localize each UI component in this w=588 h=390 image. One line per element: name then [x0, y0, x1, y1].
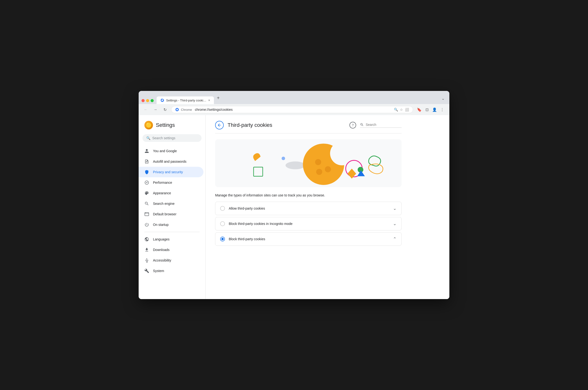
zoom-icon[interactable]: 🔍 [394, 108, 398, 111]
sidebar-label-privacy: Privacy and security [153, 170, 183, 174]
sidebar-label-performance: Performance [153, 181, 172, 185]
search-placeholder: Search settings [152, 136, 175, 140]
radio-label-block-all: Block third-party cookies [229, 237, 389, 241]
radio-header-allow[interactable]: Allow third-party cookies ⌄ [215, 202, 401, 215]
back-button[interactable]: ← [142, 106, 149, 113]
chevron-down-block-incognito[interactable]: ⌄ [393, 221, 396, 226]
svg-point-4 [146, 258, 147, 259]
svg-point-2 [176, 109, 178, 110]
tab-dropdown-button[interactable]: ⌄ [439, 95, 446, 104]
sidebar-item-search-engine[interactable]: Search engine [139, 198, 203, 209]
sidebar-label-downloads: Downloads [153, 248, 169, 252]
sidebar-label-you-google: You and Google [153, 149, 177, 153]
main-content: 🟡 Settings 🔍 Search settings You and Goo… [139, 115, 449, 299]
chrome-address-icon [175, 108, 179, 111]
help-button[interactable]: ? [350, 122, 356, 129]
svg-point-7 [281, 157, 285, 160]
sidebar-label-default-browser: Default browser [153, 212, 176, 216]
chevron-down-allow[interactable]: ⌄ [393, 206, 396, 211]
sidebar-label-languages: Languages [153, 237, 169, 241]
sidebar-item-default-browser[interactable]: Default browser [139, 209, 203, 219]
description: Manage the types of information sites ca… [215, 193, 401, 198]
svg-point-12 [325, 166, 331, 172]
active-tab[interactable]: Settings - Third-party cooki… × [157, 97, 214, 104]
chevron-up-block-all[interactable]: ⌃ [393, 236, 396, 242]
search-settings-bar[interactable]: 🔍 Search settings [142, 134, 201, 142]
search-icon: 🔍 [146, 136, 150, 140]
title-bar: Settings - Third-party cooki… × + ⌄ [139, 91, 449, 104]
svg-rect-3 [145, 212, 149, 216]
settings-logo: 🟡 [144, 121, 153, 129]
profile-pin-button[interactable]: 🔖 [416, 106, 423, 113]
page-header: Third-party cookies ? [215, 121, 401, 134]
page-search-icon [360, 123, 364, 127]
browser-window: Settings - Third-party cooki… × + ⌄ ← → … [139, 91, 449, 299]
cookie-svg [215, 139, 401, 187]
radio-option-allow[interactable]: Allow third-party cookies ⌄ [215, 202, 401, 215]
page-search[interactable] [360, 123, 401, 128]
content-area: Third-party cookies ? [205, 115, 449, 299]
back-arrow-icon [217, 123, 222, 128]
radio-header-block-incognito[interactable]: Block third-party cookies in Incognito m… [215, 217, 401, 230]
settings-page-title: Settings [156, 122, 175, 128]
svg-point-13 [316, 169, 322, 175]
forward-button[interactable]: → [152, 106, 159, 113]
new-tab-button[interactable]: + [214, 93, 223, 104]
sidebar: 🟡 Settings 🔍 Search settings You and Goo… [139, 115, 205, 299]
radio-input-allow[interactable] [220, 206, 225, 211]
radio-input-block-incognito[interactable] [220, 221, 225, 226]
sidebar-item-you-google[interactable]: You and Google [139, 146, 203, 156]
profile-button[interactable]: 👤 [431, 106, 438, 113]
chrome-label: Chrome [181, 108, 192, 111]
autofill-icon [144, 159, 149, 164]
fullscreen-traffic-light[interactable] [151, 99, 154, 102]
sidebar-label-accessibility: Accessibility [153, 258, 171, 262]
tab-close-button[interactable]: × [208, 98, 210, 102]
url-text: chrome://settings/cookies [195, 108, 392, 111]
sidebar-item-autofill[interactable]: Autofill and passwords [139, 156, 203, 167]
sidebar-item-appearance[interactable]: Appearance [139, 188, 203, 198]
content-inner: Third-party cookies ? [205, 115, 411, 253]
close-traffic-light[interactable] [142, 99, 145, 102]
accessibility-icon [144, 258, 149, 263]
bookmark-icon[interactable]: ☆ [400, 108, 403, 111]
sidebar-item-system[interactable]: System [139, 266, 203, 276]
sidebar-item-on-startup[interactable]: On startup [139, 219, 203, 230]
cookie-illustration [215, 139, 401, 187]
sidebar-item-performance[interactable]: Performance [139, 177, 203, 188]
page-search-input[interactable] [366, 123, 401, 127]
radio-option-block-incognito[interactable]: Block third-party cookies in Incognito m… [215, 217, 401, 230]
radio-label-allow: Allow third-party cookies [229, 206, 389, 210]
globe-icon [144, 237, 149, 242]
sidebar-item-privacy[interactable]: Privacy and security [139, 167, 203, 177]
menu-button[interactable]: ⋮ [439, 106, 446, 113]
tab-title: Settings - Third-party cooki… [166, 98, 206, 102]
page-title: Third-party cookies [228, 122, 346, 128]
reload-button[interactable]: ↻ [161, 106, 168, 113]
minimize-traffic-light[interactable] [146, 99, 149, 102]
split-view-button[interactable]: ⊡ [424, 106, 430, 113]
shield-icon [144, 170, 149, 174]
radio-option-block-all[interactable]: Block third-party cookies ⌃ [215, 232, 401, 246]
radio-header-block-all[interactable]: Block third-party cookies ⌃ [215, 233, 401, 245]
nav-bar: ← → ↻ Chrome chrome://settings/cookies 🔍… [139, 104, 449, 115]
sidebar-item-languages[interactable]: Languages [139, 234, 203, 244]
sidebar-label-appearance: Appearance [153, 191, 171, 195]
palette-icon [144, 191, 149, 195]
sidebar-label-autofill: Autofill and passwords [153, 160, 187, 163]
wrench-icon [144, 268, 149, 273]
radio-label-block-incognito: Block third-party cookies in Incognito m… [229, 222, 389, 226]
extensions-icon[interactable]: ⬜ [405, 108, 409, 111]
sidebar-item-accessibility[interactable]: Accessibility [139, 255, 203, 266]
back-to-privacy-button[interactable] [215, 121, 224, 129]
sidebar-label-search-engine: Search engine [153, 202, 174, 205]
chrome-settings-icon [160, 98, 164, 102]
radio-input-block-all[interactable] [220, 237, 225, 242]
nav-right-icons: 🔖 ⊡ 👤 ⋮ [416, 106, 446, 113]
gauge-icon [144, 180, 149, 185]
address-bar[interactable]: Chrome chrome://settings/cookies 🔍 ☆ ⬜ [171, 106, 413, 113]
nav-divider [144, 232, 199, 232]
download-icon [144, 247, 149, 252]
sidebar-item-downloads[interactable]: Downloads [139, 244, 203, 255]
person-icon [144, 148, 149, 153]
